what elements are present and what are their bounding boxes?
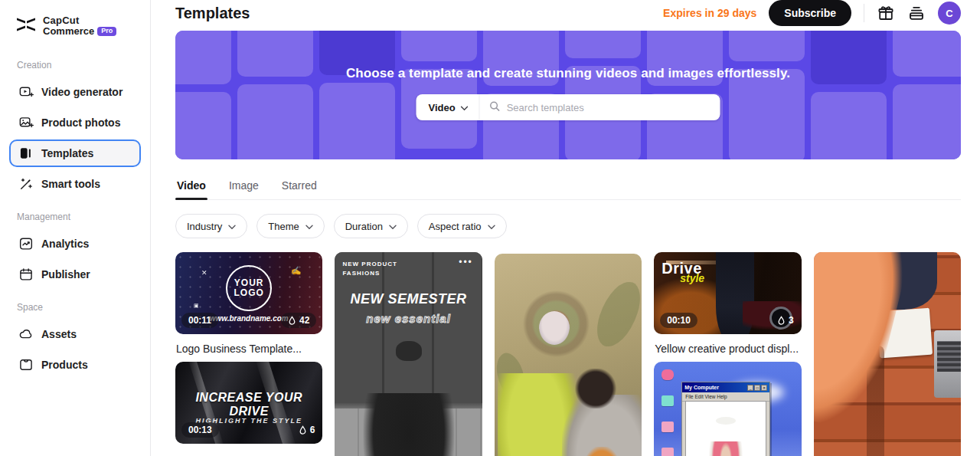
filter-aspect-ratio[interactable]: Aspect ratio xyxy=(417,214,507,238)
overlay-subline: new essential xyxy=(335,312,482,325)
template-card-logo-business[interactable]: ✕ ✍ ▣ YOUR LOGO www.brandname.com 00:11 … xyxy=(175,252,322,334)
search-category-value: Video xyxy=(429,102,456,113)
subscribe-button[interactable]: Subscribe xyxy=(769,0,851,26)
tab-video[interactable]: Video xyxy=(175,175,207,199)
flame-drop-icon xyxy=(288,316,296,326)
gift-icon[interactable] xyxy=(877,4,895,22)
template-card-retro-desktop[interactable]: My Computer _□✕ File Edit View Help xyxy=(654,362,801,456)
trial-expires-text: Expires in 29 days xyxy=(663,7,756,19)
template-card-mural-duo[interactable] xyxy=(495,254,642,456)
content-area: Choose a template and create stunning vi… xyxy=(151,26,980,456)
product-photos-icon xyxy=(18,115,34,130)
chevron-down-icon xyxy=(228,221,236,232)
sidebar-section-space: Space xyxy=(17,302,133,313)
pro-badge: Pro xyxy=(97,27,116,35)
template-search-bar: Video xyxy=(416,94,720,120)
templates-icon xyxy=(18,146,34,161)
sidebar-item-product-photos[interactable]: Product photos xyxy=(9,109,141,136)
chevron-down-icon xyxy=(488,221,495,232)
sidebar-item-publisher[interactable]: Publisher xyxy=(9,261,141,288)
overlay-word-style: style xyxy=(680,272,704,284)
usage-badge: 42 xyxy=(281,313,316,328)
template-title[interactable]: Logo Business Template... xyxy=(176,342,322,356)
overlay-menu-dots: ••• xyxy=(459,257,473,267)
banner-headline: Choose a template and create stunning vi… xyxy=(175,66,961,81)
duration-badge: 00:13 xyxy=(181,422,219,438)
topbar-divider xyxy=(864,4,864,22)
sidebar: CapCut Commerce Pro Creation Video gener… xyxy=(0,0,151,456)
template-card-table-hand[interactable] xyxy=(814,252,961,456)
duration-badge: 00:10 xyxy=(660,313,697,328)
sidebar-item-smart-tools[interactable]: Smart tools xyxy=(9,170,141,198)
template-grid: ✕ ✍ ▣ YOUR LOGO www.brandname.com 00:11 … xyxy=(175,252,961,456)
flame-drop-icon xyxy=(777,316,786,326)
user-avatar[interactable]: C xyxy=(938,2,961,25)
usage-badge: 6 xyxy=(292,422,317,438)
flame-drop-icon xyxy=(299,425,307,435)
sidebar-item-templates[interactable]: Templates xyxy=(9,139,141,167)
search-icon xyxy=(489,100,501,115)
brand-name-line2: Commerce xyxy=(43,26,94,37)
package-icon xyxy=(18,357,34,372)
brand-name-line1: CapCut xyxy=(43,15,116,26)
overlay-headline: INCREASE YOUR DRIVE xyxy=(175,391,322,418)
page-title: Templates xyxy=(175,5,250,22)
tab-starred[interactable]: Starred xyxy=(280,175,318,199)
chevron-down-icon xyxy=(461,100,469,114)
search-category-dropdown[interactable]: Video xyxy=(416,94,480,120)
hero-banner: Choose a template and create stunning vi… xyxy=(175,31,961,159)
chevron-down-icon xyxy=(389,221,397,232)
filter-duration[interactable]: Duration xyxy=(334,214,408,238)
video-generator-icon xyxy=(18,84,34,100)
sidebar-item-analytics[interactable]: Analytics xyxy=(9,230,141,258)
usage-badge: 3 xyxy=(770,313,795,328)
sidebar-item-products[interactable]: Products xyxy=(9,351,141,379)
calendar-icon xyxy=(18,267,34,282)
overlay-headline: NEW SEMESTER xyxy=(335,291,482,307)
filter-industry[interactable]: Industry xyxy=(175,214,247,238)
media-tabs: Video Image Starred xyxy=(175,175,961,200)
search-input[interactable] xyxy=(507,102,711,113)
analytics-chart-icon xyxy=(18,236,34,251)
duration-badge: 00:11 xyxy=(181,313,218,328)
magic-wand-icon xyxy=(18,176,34,192)
sidebar-item-assets[interactable]: Assets xyxy=(9,320,141,348)
chevron-down-icon xyxy=(305,221,313,232)
template-card-drive-style[interactable]: Drive style 00:10 3 xyxy=(654,252,801,334)
filter-bar: Industry Theme Duration Aspect ratio xyxy=(175,214,961,238)
template-card-new-semester[interactable]: NEW PRODUCT FASHIONS ••• NEW SEMESTER ne… xyxy=(335,252,482,456)
cloud-icon xyxy=(18,326,34,342)
filter-theme[interactable]: Theme xyxy=(256,214,324,238)
sidebar-item-video-generator[interactable]: Video generator xyxy=(9,78,141,106)
main-area: Templates Expires in 29 days Subscribe xyxy=(151,0,980,456)
sidebar-section-management: Management xyxy=(17,212,133,222)
overlay-tag: NEW PRODUCT FASHIONS xyxy=(342,260,397,278)
capcut-logo-icon xyxy=(15,15,37,37)
billing-cards-icon[interactable] xyxy=(907,4,926,22)
template-card-increase-drive[interactable]: INCREASE YOUR DRIVE HIGHLIGHT THE STYLE … xyxy=(175,362,322,444)
top-bar: Templates Expires in 29 days Subscribe xyxy=(151,0,980,26)
app-window: CapCut Commerce Pro Creation Video gener… xyxy=(0,0,980,456)
retro-window: My Computer _□✕ File Edit View Help xyxy=(681,382,770,456)
brand-logo[interactable]: CapCut Commerce Pro xyxy=(9,12,141,37)
sidebar-section-creation: Creation xyxy=(17,60,133,71)
your-logo-placeholder: YOUR LOGO xyxy=(226,265,272,311)
template-title[interactable]: Yellow creative product displ... xyxy=(655,342,800,356)
retro-window-title: My Computer xyxy=(684,385,719,390)
tab-image[interactable]: Image xyxy=(227,175,260,199)
